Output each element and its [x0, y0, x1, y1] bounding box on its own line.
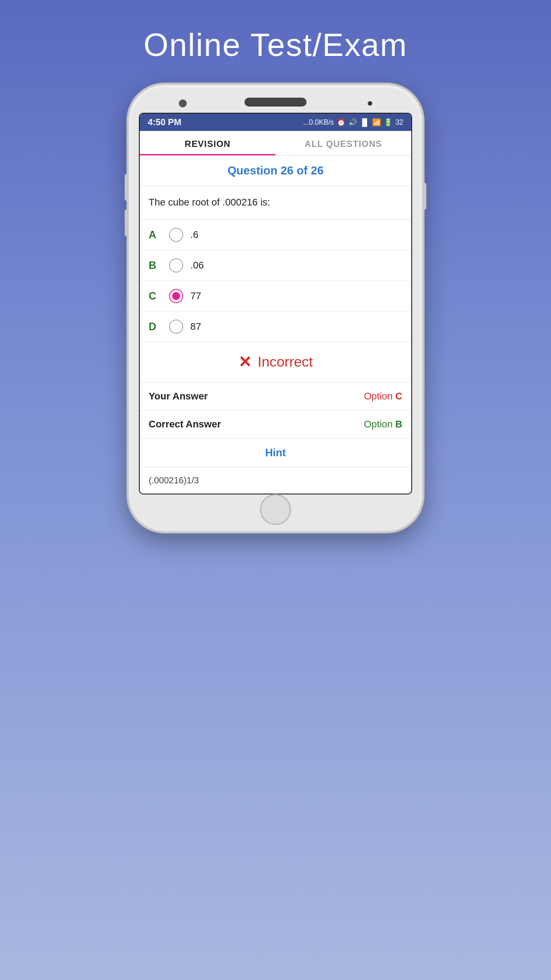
hint-label[interactable]: Hint — [265, 447, 286, 458]
front-camera-icon — [179, 99, 187, 107]
question-header: Question 26 of 26 — [140, 156, 411, 186]
proximity-sensor-icon — [368, 101, 372, 106]
radio-c[interactable] — [169, 289, 183, 303]
result-label: Incorrect — [258, 354, 313, 370]
correct-answer-label: Correct Answer — [149, 419, 221, 430]
radio-b[interactable] — [169, 258, 183, 273]
correct-answer-row: Correct Answer Option B — [140, 411, 411, 439]
result-area: ✕ Incorrect — [140, 342, 411, 383]
tab-revision[interactable]: REVISION — [140, 131, 276, 155]
network-speed: ...0.0KB/s — [303, 119, 334, 126]
correct-answer-value: Option B — [364, 419, 402, 430]
side-buttons-left — [125, 174, 128, 236]
home-button[interactable] — [260, 494, 291, 525]
your-answer-label: Your Answer — [149, 391, 208, 402]
phone-shell: 4:50 PM ...0.0KB/s ⏰ 🔊 ▐▌ 📶 🔋 32 REVISIO… — [129, 85, 422, 531]
status-icons: ...0.0KB/s ⏰ 🔊 ▐▌ 📶 🔋 32 — [303, 118, 403, 126]
option-b[interactable]: B .06 — [140, 250, 411, 281]
wifi-icon: 📶 — [372, 118, 381, 126]
your-answer-row: Your Answer Option C — [140, 383, 411, 411]
radio-a[interactable] — [169, 228, 183, 242]
question-number: Question 26 of 26 — [149, 164, 402, 178]
option-b-text: .06 — [190, 260, 204, 271]
option-d-text: 87 — [190, 321, 201, 332]
your-answer-value: Option C — [364, 391, 402, 402]
battery-level: 32 — [395, 119, 403, 126]
question-text: The cube root of .000216 is: — [140, 186, 411, 220]
phone-screen: 4:50 PM ...0.0KB/s ⏰ 🔊 ▐▌ 📶 🔋 32 REVISIO… — [139, 113, 412, 494]
option-a-letter: A — [149, 229, 162, 241]
tab-all-questions[interactable]: ALL QUESTIONS — [276, 131, 411, 155]
power-btn — [423, 183, 426, 209]
status-time: 4:50 PM — [148, 117, 181, 127]
option-d[interactable]: D 87 — [140, 312, 411, 342]
correct-answer-letter: B — [395, 419, 402, 430]
radio-d[interactable] — [169, 320, 183, 334]
volume-down-btn — [125, 209, 128, 236]
page-title: Online Test/Exam — [144, 27, 408, 63]
option-d-letter: D — [149, 320, 162, 333]
phone-top-bar — [139, 98, 412, 107]
option-a[interactable]: A .6 — [140, 220, 411, 250]
option-c-letter: C — [149, 290, 162, 302]
your-answer-letter: C — [395, 391, 402, 402]
alarm-icon: ⏰ — [337, 118, 346, 126]
side-button-right — [423, 183, 426, 209]
radio-c-fill — [172, 292, 180, 300]
battery-icon: 🔋 — [384, 118, 393, 126]
option-a-text: .6 — [190, 229, 198, 241]
hint-content: (.000216)1/3 — [140, 467, 411, 494]
status-bar: 4:50 PM ...0.0KB/s ⏰ 🔊 ▐▌ 📶 🔋 32 — [140, 114, 411, 131]
incorrect-icon: ✕ — [238, 353, 252, 371]
option-b-letter: B — [149, 259, 162, 272]
signal-icon: ▐▌ — [360, 119, 370, 126]
speaker-icon — [244, 98, 307, 107]
tab-bar: REVISION ALL QUESTIONS — [140, 131, 411, 156]
vol-icon: 🔊 — [348, 118, 357, 126]
option-c-text: 77 — [190, 290, 201, 302]
phone-bottom — [139, 501, 412, 518]
hint-row[interactable]: Hint — [140, 439, 411, 467]
option-c[interactable]: C 77 — [140, 281, 411, 312]
volume-up-btn — [125, 174, 128, 201]
